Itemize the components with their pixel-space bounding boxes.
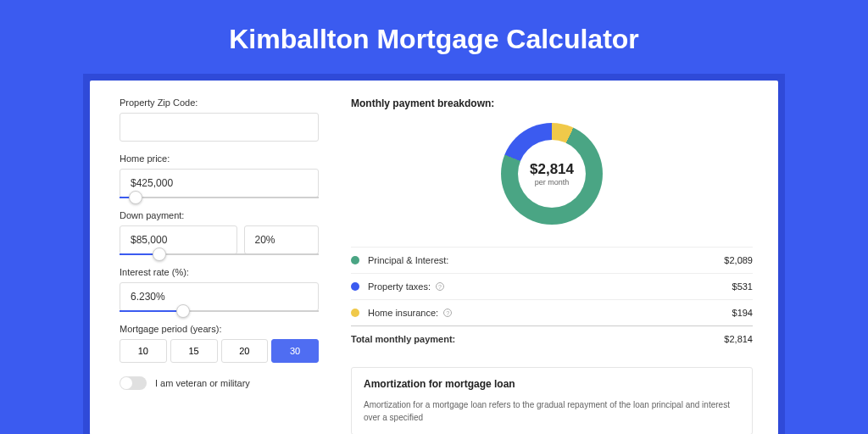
slider-thumb[interactable] [129, 191, 142, 204]
info-icon[interactable]: ? [436, 282, 444, 291]
breakdown-item-label: Home insurance: ? [368, 308, 732, 318]
breakdown-total-row: Total monthly payment: $2,814 [351, 326, 753, 352]
donut-center: $2,814 per month [518, 140, 586, 208]
zip-label: Property Zip Code: [120, 97, 319, 108]
legend-dot-green [351, 256, 359, 264]
page-title: Kimballton Mortgage Calculator [0, 0, 868, 74]
home-price-group: Home price: [120, 153, 319, 198]
period-option-20[interactable]: 20 [221, 339, 269, 363]
calculator-card: Property Zip Code: Home price: Down paym… [90, 81, 778, 434]
down-payment-input[interactable] [120, 225, 237, 254]
amortization-text: Amortization for a mortgage loan refers … [364, 398, 740, 424]
form-panel: Property Zip Code: Home price: Down paym… [90, 97, 336, 434]
veteran-toggle[interactable] [120, 376, 147, 390]
down-payment-label: Down payment: [120, 210, 319, 220]
period-option-15[interactable]: 15 [170, 339, 218, 363]
period-options: 10152030 [120, 339, 319, 363]
breakdown-item-amount: $2,089 [724, 255, 753, 265]
home-price-input[interactable] [120, 169, 319, 198]
breakdown-item-amount: $194 [732, 308, 753, 318]
amortization-title: Amortization for mortgage loan [364, 378, 740, 390]
donut-chart: $2,814 per month [351, 118, 753, 240]
breakdown-item-amount: $531 [732, 281, 753, 292]
breakdown-list: Principal & Interest:$2,089Property taxe… [351, 247, 753, 326]
calculator-outer: Property Zip Code: Home price: Down paym… [83, 74, 785, 434]
breakdown-row: Property taxes: ?$531 [351, 273, 753, 299]
donut-value: $2,814 [530, 161, 574, 178]
down-payment-slider[interactable] [120, 253, 319, 255]
total-label: Total monthly payment: [351, 334, 724, 344]
period-label: Mortgage period (years): [120, 324, 319, 334]
interest-label: Interest rate (%): [120, 267, 319, 277]
donut-sub: per month [535, 178, 570, 186]
period-option-30[interactable]: 30 [271, 339, 319, 363]
interest-group: Interest rate (%): [120, 267, 319, 312]
zip-input[interactable] [120, 113, 319, 142]
amortization-box: Amortization for mortgage loan Amortizat… [351, 367, 753, 434]
period-group: Mortgage period (years): 10152030 [120, 324, 319, 363]
zip-field-group: Property Zip Code: [120, 97, 319, 142]
period-option-10[interactable]: 10 [120, 339, 167, 363]
breakdown-row: Home insurance: ?$194 [351, 299, 753, 326]
breakdown-item-label: Property taxes: ? [368, 281, 732, 292]
breakdown-panel: Monthly payment breakdown: $2,814 per mo… [336, 97, 778, 434]
interest-slider[interactable] [120, 310, 319, 312]
home-price-label: Home price: [120, 153, 319, 164]
down-payment-pct-input[interactable] [244, 225, 320, 254]
breakdown-title: Monthly payment breakdown: [351, 97, 753, 109]
interest-input[interactable] [120, 282, 319, 311]
veteran-label: I am veteran or military [155, 378, 250, 388]
slider-thumb[interactable] [176, 304, 190, 318]
veteran-toggle-row: I am veteran or military [120, 376, 319, 390]
donut-ring: $2,814 per month [501, 123, 603, 225]
legend-dot-blue [351, 282, 359, 291]
legend-dot-yellow [351, 309, 359, 317]
breakdown-item-label: Principal & Interest: [368, 255, 724, 265]
down-payment-group: Down payment: [120, 210, 319, 255]
breakdown-row: Principal & Interest:$2,089 [351, 247, 753, 273]
home-price-slider[interactable] [120, 197, 319, 198]
info-icon[interactable]: ? [443, 309, 452, 317]
slider-thumb[interactable] [153, 248, 166, 261]
total-amount: $2,814 [724, 334, 753, 344]
